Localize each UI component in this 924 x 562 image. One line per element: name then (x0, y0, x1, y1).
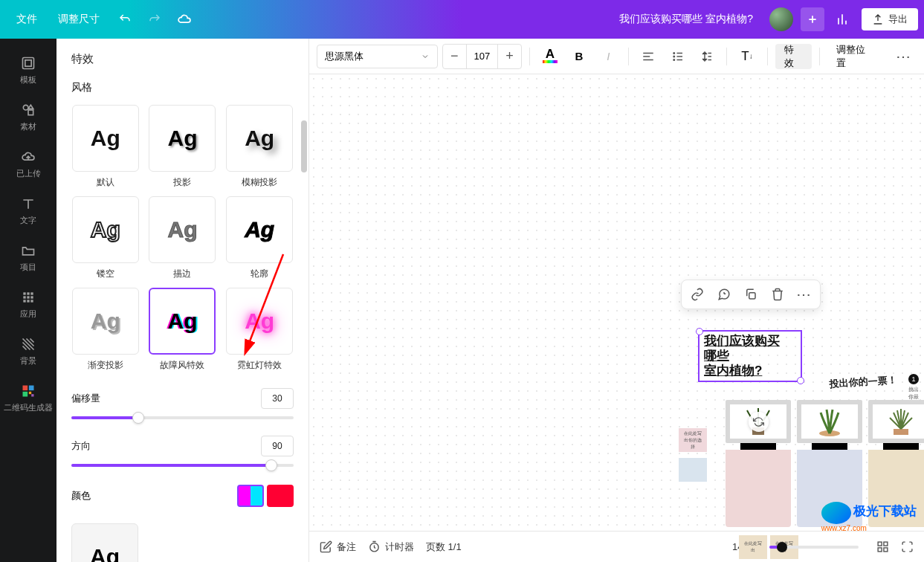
bold-button[interactable]: B (566, 44, 591, 69)
svg-rect-9 (30, 296, 33, 298)
position-button[interactable]: 调整位置 (827, 44, 883, 69)
watermark: 极光下载站 www.xz7.com (821, 502, 917, 532)
fullscreen-icon[interactable] (901, 540, 914, 553)
templates-icon (20, 55, 36, 71)
selected-text-element[interactable]: 我们应该购买 哪些 室内植物? (698, 330, 802, 382)
offset-value[interactable]: 30 (261, 388, 294, 409)
italic-button[interactable]: I (596, 44, 621, 69)
more-icon[interactable]: ⋯ (795, 285, 814, 304)
svg-rect-0 (23, 58, 34, 69)
direction-label: 方向 (71, 439, 91, 453)
list-button[interactable] (665, 44, 690, 69)
effect-tile-4[interactable]: Ag描边 (149, 196, 217, 280)
rail-projects[interactable]: 项目 (0, 235, 56, 282)
svg-rect-13 (23, 386, 28, 391)
pages-indicator[interactable]: 页数 1/1 (426, 540, 462, 554)
effects-button[interactable]: 特效 (775, 44, 812, 69)
chevron-down-icon (421, 52, 430, 61)
toolbar-more-icon[interactable]: ⋯ (892, 44, 917, 69)
resize-menu[interactable]: 调整尺寸 (48, 7, 110, 32)
font-size-group: − 107 + (442, 44, 523, 69)
spacing-button[interactable] (694, 44, 719, 69)
svg-rect-6 (30, 292, 33, 294)
svg-rect-25 (894, 429, 908, 435)
rail-text[interactable]: 文字 (0, 188, 56, 235)
rail-uploads[interactable]: 已上传 (0, 141, 56, 188)
rail-background[interactable]: 背景 (0, 329, 56, 375)
offset-slider[interactable] (71, 416, 294, 419)
svg-rect-22 (749, 293, 755, 299)
canvas[interactable]: ⋯ 我们应该购买 哪些 室内植物? 投出你的一票！ 1挑出你最喜欢的植物 ★ 2… (309, 74, 924, 531)
vertical-text-button[interactable]: T↓ (734, 44, 759, 69)
uploads-icon (20, 149, 36, 165)
font-color-button[interactable]: A (537, 44, 562, 69)
rail-apps[interactable]: 应用 (0, 282, 56, 329)
effect-tile-0[interactable]: Ag默认 (71, 105, 140, 189)
svg-point-19 (673, 52, 675, 54)
svg-point-20 (673, 56, 675, 57)
analytics-icon[interactable] (830, 7, 854, 31)
qrcode-icon (20, 383, 36, 399)
comment-icon[interactable] (714, 285, 734, 304)
font-size-increase[interactable]: + (498, 45, 521, 68)
sticky-note[interactable]: 在此处写出 (739, 535, 767, 559)
color-swatch-1[interactable] (237, 485, 264, 507)
notes-button[interactable]: 备注 (320, 540, 356, 554)
effects-panel: 特效 风格 Ag默认Ag投影Ag模糊投影Ag镂空Ag描边Ag轮廓Ag渐变投影Ag… (56, 39, 309, 562)
effect-tile-5[interactable]: Ag轮廓 (225, 196, 294, 280)
user-avatar[interactable] (769, 7, 793, 31)
document-title[interactable]: 我们应该购买哪些 室内植物? (199, 13, 765, 26)
svg-rect-8 (27, 296, 29, 298)
panel-scrollbar[interactable] (301, 120, 307, 269)
zoom-slider[interactable] (769, 546, 859, 549)
file-menu[interactable]: 文件 (6, 7, 48, 32)
duplicate-icon[interactable] (741, 285, 760, 304)
effect-tile-8[interactable]: Ag霓虹灯特效 (225, 288, 294, 372)
panel-title: 特效 (56, 39, 308, 77)
card-0[interactable] (726, 400, 791, 527)
vote-label: 投出你的一票！ (829, 373, 897, 391)
watermark-logo-icon (821, 502, 851, 524)
effect-tile-2[interactable]: Ag模糊投影 (225, 105, 294, 189)
offset-label: 偏移量 (71, 392, 100, 405)
svg-rect-3 (28, 110, 33, 115)
projects-icon (20, 242, 36, 259)
font-family-select[interactable]: 思源黑体 (317, 45, 438, 68)
footer-bar: 备注 计时器 页数 1/1 14% (309, 531, 924, 562)
delete-icon[interactable] (768, 285, 787, 304)
font-size-value[interactable]: 107 (466, 45, 498, 68)
effect-tile-7[interactable]: Ag故障风特效 (149, 288, 217, 372)
shape-effect-tile[interactable]: Ag (71, 523, 138, 562)
svg-rect-30 (878, 548, 882, 552)
elements-icon (20, 102, 36, 118)
font-size-decrease[interactable]: − (443, 45, 466, 68)
sticky-note[interactable] (679, 458, 707, 482)
svg-rect-7 (23, 296, 25, 298)
rail-elements[interactable]: 素材 (0, 94, 56, 141)
cloud-sync-icon[interactable] (172, 7, 196, 31)
rail-qrcode[interactable]: 二维码生成器 (0, 375, 56, 422)
export-button[interactable]: 导出 (862, 8, 918, 30)
direction-slider[interactable] (71, 464, 294, 467)
color-swatch-2[interactable] (267, 485, 294, 507)
link-icon[interactable] (688, 285, 707, 304)
sticky-note[interactable]: 在此处写出你的选择 (679, 428, 707, 452)
timer-button[interactable]: 计时器 (368, 540, 414, 554)
svg-rect-12 (30, 300, 33, 302)
effect-tile-3[interactable]: Ag镂空 (71, 196, 140, 280)
svg-rect-10 (23, 300, 25, 302)
rail-templates[interactable]: 模板 (0, 48, 56, 94)
align-button[interactable] (636, 44, 661, 69)
share-plus-button[interactable] (801, 7, 824, 31)
svg-rect-11 (27, 300, 29, 302)
direction-value[interactable]: 90 (261, 436, 294, 456)
export-label: 导出 (888, 13, 908, 26)
grid-view-icon[interactable] (876, 540, 889, 553)
effect-tile-1[interactable]: Ag投影 (149, 105, 217, 189)
color-label: 颜色 (71, 489, 91, 503)
effect-tile-6[interactable]: Ag渐变投影 (71, 288, 140, 372)
svg-rect-16 (29, 392, 31, 394)
undo-icon[interactable] (113, 7, 137, 31)
refresh-icon[interactable] (749, 412, 769, 432)
redo-icon[interactable] (143, 7, 167, 31)
